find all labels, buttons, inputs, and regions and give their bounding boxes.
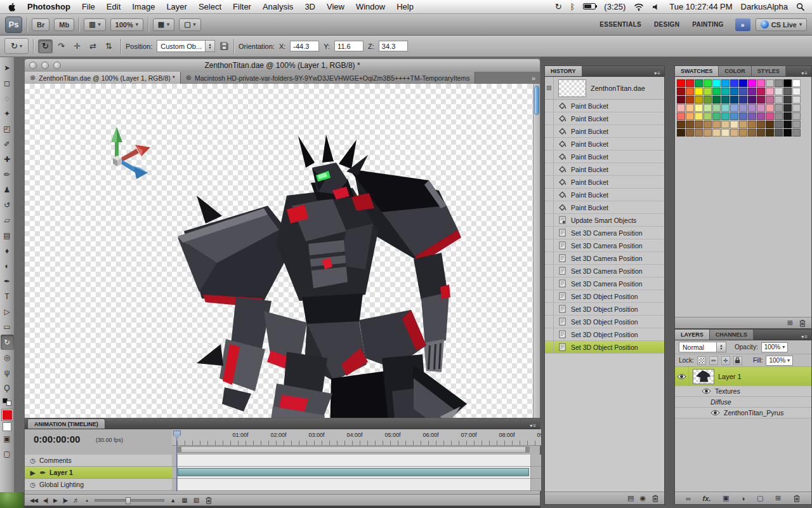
- delete-swatch-icon[interactable]: [799, 319, 806, 327]
- swatch[interactable]: [704, 88, 712, 95]
- toggle-keyframes-icon[interactable]: ▧: [193, 497, 199, 504]
- swatch[interactable]: [748, 129, 756, 137]
- foreground-color-swatch[interactable]: [2, 410, 13, 420]
- eye-icon[interactable]: [702, 388, 711, 394]
- 3d-scale-mode-icon[interactable]: ⇅: [102, 39, 116, 53]
- stopwatch-icon[interactable]: ◷: [29, 457, 36, 464]
- swatch[interactable]: [775, 112, 783, 120]
- swatch[interactable]: [748, 96, 756, 104]
- swatch[interactable]: [766, 129, 774, 137]
- tab-channels[interactable]: CHANNELS: [710, 330, 754, 340]
- opacity-input[interactable]: 100%▾: [761, 342, 789, 352]
- eye-icon[interactable]: [710, 410, 720, 416]
- close-window-button[interactable]: [29, 62, 37, 69]
- swatch[interactable]: [730, 79, 738, 87]
- tab-animation-timeline[interactable]: ANIMATION (TIMELINE): [27, 418, 105, 429]
- swatch[interactable]: [677, 96, 685, 104]
- tool-blur[interactable]: ♦: [1, 243, 14, 258]
- history-step-1[interactable]: Paint Bucket: [545, 100, 664, 112]
- swatch[interactable]: [775, 88, 783, 95]
- swatch[interactable]: [677, 129, 685, 137]
- swatch[interactable]: [704, 104, 712, 112]
- swatch[interactable]: [739, 112, 747, 120]
- history-step-2[interactable]: Paint Bucket: [545, 112, 664, 125]
- swatch[interactable]: [721, 112, 730, 120]
- swatch[interactable]: [721, 79, 730, 87]
- menubar-clock[interactable]: Tue 10:27:44 PM: [669, 2, 732, 11]
- swatch[interactable]: [695, 79, 703, 87]
- swatch[interactable]: [730, 104, 738, 112]
- timeline-lane-global-lighting[interactable]: [172, 479, 541, 491]
- delete-state-icon[interactable]: [652, 494, 659, 502]
- swatch[interactable]: [792, 129, 801, 137]
- history-brush-well[interactable]: [545, 227, 554, 239]
- 3d-roll-mode-icon[interactable]: ↷: [54, 39, 69, 53]
- zoom-in-icon[interactable]: ▲: [170, 497, 176, 504]
- menu-edit[interactable]: Edit: [101, 0, 126, 14]
- swatch[interactable]: [695, 121, 703, 128]
- swatch[interactable]: [695, 129, 703, 137]
- background-color-swatch[interactable]: [3, 422, 11, 431]
- swatch[interactable]: [704, 79, 712, 87]
- swatch[interactable]: [783, 79, 792, 87]
- quick-mask-button[interactable]: ▣: [1, 431, 14, 446]
- swatch[interactable]: [730, 112, 738, 120]
- workspace-design[interactable]: DESIGN: [648, 14, 686, 36]
- bluetooth-icon[interactable]: ᛒ: [570, 2, 575, 11]
- disclosure-triangle-icon[interactable]: ▶: [29, 469, 36, 476]
- new-document-from-state-icon[interactable]: ▤: [627, 494, 634, 502]
- history-brush-well[interactable]: [545, 189, 554, 201]
- layer-row-zenthontitan-pyrus[interactable]: ZenthonTitan_Pyrus: [675, 408, 811, 418]
- menu-filter[interactable]: Filter: [227, 0, 257, 14]
- arrange-documents-button[interactable]: ▦▾: [153, 18, 174, 31]
- layer-row-textures[interactable]: Textures: [675, 386, 811, 397]
- menu-photoshop[interactable]: Photoshop: [22, 0, 76, 14]
- swatch[interactable]: [739, 96, 747, 104]
- fill-input[interactable]: 100%▾: [766, 356, 793, 366]
- timeline-duration-bar[interactable]: [178, 468, 529, 476]
- panel-menu-icon[interactable]: ▾≡: [654, 70, 661, 76]
- swatch[interactable]: [712, 88, 721, 95]
- swatch[interactable]: [748, 104, 756, 112]
- minimize-window-button[interactable]: [41, 62, 49, 69]
- history-step-9[interactable]: Paint Bucket: [545, 201, 664, 214]
- menu-select[interactable]: Select: [193, 0, 227, 14]
- swatch[interactable]: [677, 79, 685, 87]
- tool-lasso[interactable]: ◌: [1, 91, 14, 106]
- delete-icon[interactable]: [205, 496, 213, 504]
- history-brush-well[interactable]: [545, 290, 554, 302]
- sync-icon[interactable]: ↻: [555, 2, 562, 11]
- panel-menu-icon[interactable]: ▾≡: [530, 423, 537, 429]
- workspace-painting[interactable]: PAINTING: [686, 14, 730, 36]
- history-brush-well[interactable]: [545, 138, 554, 150]
- tool-type[interactable]: T: [1, 289, 14, 304]
- swatch[interactable]: [677, 104, 685, 112]
- history-step-15[interactable]: Set 3D Camera Position: [545, 277, 664, 290]
- menu-file[interactable]: File: [76, 0, 101, 14]
- swatch[interactable]: [686, 96, 694, 104]
- swatch[interactable]: [677, 112, 685, 120]
- tool-zoom[interactable]: Ϙ: [1, 380, 14, 396]
- swatch[interactable]: [739, 129, 747, 137]
- swatch[interactable]: [757, 96, 765, 104]
- tab-color[interactable]: COLOR: [719, 66, 752, 76]
- swatch[interactable]: [739, 121, 747, 128]
- view-extras-button[interactable]: ▥▾: [84, 18, 105, 31]
- swatch[interactable]: [730, 88, 738, 95]
- history-brush-well[interactable]: [545, 214, 554, 226]
- blend-mode-select[interactable]: Normal ▲▼: [679, 342, 726, 352]
- history-brush-well[interactable]: [545, 303, 554, 315]
- new-layer-icon[interactable]: ⊞: [775, 494, 781, 502]
- swatch[interactable]: [730, 129, 738, 137]
- zoom-out-icon[interactable]: ▲: [85, 498, 89, 502]
- swatch[interactable]: [792, 88, 801, 95]
- tool-gradient[interactable]: ▤: [1, 228, 14, 243]
- menu-3d[interactable]: 3D: [299, 0, 321, 14]
- lock-all-icon[interactable]: [733, 356, 742, 365]
- layer-row-diffuse[interactable]: Diffuse: [675, 397, 811, 408]
- stepper-icon[interactable]: ▲▼: [205, 41, 214, 51]
- add-layer-mask-icon[interactable]: ▣: [723, 494, 729, 502]
- position-preset-select[interactable]: Custom Ob... ▲▼: [157, 40, 215, 52]
- swatch[interactable]: [704, 129, 712, 137]
- visibility-well[interactable]: [675, 367, 689, 385]
